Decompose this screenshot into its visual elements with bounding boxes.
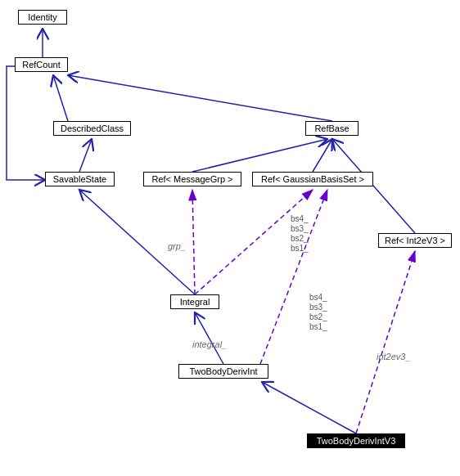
- node-integral: Integral: [170, 294, 219, 309]
- label-bs4-1: bs4_: [291, 214, 309, 223]
- class-diagram: Identity RefCount DescribedClass RefBase…: [0, 0, 460, 476]
- node-refcount: RefCount: [15, 57, 68, 72]
- label-integral: integral_: [192, 339, 227, 349]
- label-bs3-1: bs3_: [291, 224, 309, 233]
- node-twobodyderivint: TwoBodyDerivInt: [178, 364, 268, 379]
- node-ref-int2ev3: Ref< Int2eV3 >: [378, 233, 452, 248]
- label-bs2-1: bs2_: [291, 234, 309, 243]
- node-identity: Identity: [18, 10, 67, 25]
- label-bs1-1: bs1_: [291, 244, 309, 253]
- label-bs1-2: bs1_: [309, 322, 327, 331]
- svg-line-11: [262, 382, 356, 433]
- svg-line-4: [68, 75, 332, 121]
- svg-line-7: [192, 139, 327, 172]
- svg-line-10: [195, 312, 223, 364]
- node-ref-messagegrp: Ref< MessageGrp >: [143, 172, 241, 186]
- node-savablestate: SavableState: [45, 172, 115, 186]
- node-ref-gaussianbasisset: Ref< GaussianBasisSet >: [252, 172, 373, 186]
- label-int2ev3: int2ev3_: [377, 352, 411, 361]
- node-twobodyderivintv3: TwoBodyDerivIntV3: [307, 433, 405, 448]
- node-refbase: RefBase: [305, 121, 359, 136]
- svg-line-6: [313, 139, 332, 172]
- svg-line-5: [79, 139, 92, 172]
- label-grp: grp_: [168, 241, 186, 251]
- svg-line-12: [192, 190, 195, 294]
- label-bs4-2: bs4_: [309, 293, 327, 302]
- label-bs2-2: bs2_: [309, 312, 327, 321]
- node-describedclass: DescribedClass: [53, 121, 131, 136]
- label-bs3-2: bs3_: [309, 303, 327, 312]
- svg-line-15: [356, 251, 415, 433]
- svg-line-3: [53, 75, 68, 121]
